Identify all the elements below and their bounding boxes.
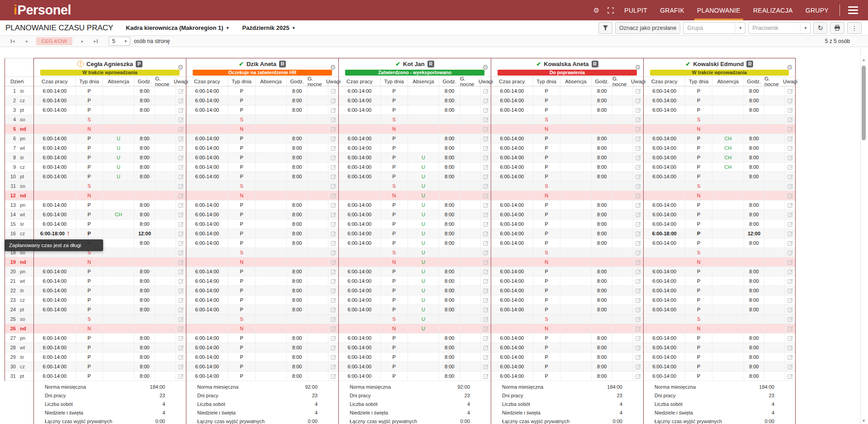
cell-czas-pracy[interactable]: 6:00-14:00: [491, 219, 533, 229]
cell-uwagi[interactable]: [328, 267, 338, 276]
cell-uwagi[interactable]: [328, 172, 338, 181]
cell-absencja[interactable]: [103, 362, 134, 371]
cell-g-nocne[interactable]: [307, 362, 328, 371]
cell-typ-dnia[interactable]: N: [76, 124, 103, 133]
cell-absencja[interactable]: [103, 257, 134, 267]
cell-godz[interactable]: 8:00: [439, 372, 460, 381]
cell-czas-pracy[interactable]: [186, 124, 228, 133]
cell-g-nocne[interactable]: [764, 115, 785, 124]
cell-uwagi[interactable]: [328, 115, 338, 124]
cell-g-nocne[interactable]: [764, 200, 785, 210]
cell-g-nocne[interactable]: [155, 134, 175, 143]
cell-absencja[interactable]: [255, 96, 287, 105]
cell-czas-pracy[interactable]: 6:00-14:00: [34, 210, 76, 219]
cell-godz[interactable]: 8:00: [439, 267, 460, 276]
cell-g-nocne[interactable]: [307, 372, 328, 381]
cell-czas-pracy[interactable]: 6:00-14:00: [491, 86, 533, 95]
nav-planowanie[interactable]: PLANOWANIE: [691, 0, 747, 20]
cell-uwagi[interactable]: [785, 162, 795, 172]
cell-typ-dnia[interactable]: P: [533, 372, 560, 381]
cell-godz[interactable]: 8:00: [591, 162, 612, 172]
cell-typ-dnia[interactable]: P: [76, 372, 103, 381]
cell-czas-pracy[interactable]: 6:00-14:00: [339, 153, 380, 162]
cell-czas-pracy[interactable]: 6:00-14:00: [339, 305, 380, 314]
cell-absencja[interactable]: [255, 162, 287, 172]
cell-czas-pracy[interactable]: [491, 324, 533, 333]
cell-godz[interactable]: 8:00: [286, 353, 307, 362]
cell-uwagi[interactable]: [633, 267, 643, 276]
cell-uwagi[interactable]: [785, 372, 795, 381]
cell-godz[interactable]: 8:00: [744, 162, 764, 172]
cell-czas-pracy[interactable]: [339, 115, 380, 124]
cell-absencja[interactable]: [408, 372, 439, 381]
cell-czas-pracy[interactable]: 6:00-14:00: [491, 200, 533, 210]
cell-uwagi[interactable]: [785, 305, 795, 314]
cell-godz[interactable]: [286, 314, 307, 324]
cell-g-nocne[interactable]: [155, 314, 175, 324]
cell-absencja[interactable]: [408, 86, 439, 95]
cell-uwagi[interactable]: [480, 333, 491, 343]
cell-czas-pracy[interactable]: 6:00-14:00: [491, 333, 533, 343]
cell-godz[interactable]: 8:00: [439, 153, 460, 162]
cell-typ-dnia[interactable]: P: [685, 372, 712, 381]
cell-uwagi[interactable]: [633, 238, 643, 248]
cell-typ-dnia[interactable]: P: [685, 153, 712, 162]
cell-typ-dnia[interactable]: P: [228, 134, 255, 143]
cell-czas-pracy[interactable]: 6:00-14:00: [186, 172, 228, 181]
cell-typ-dnia[interactable]: P: [533, 162, 560, 172]
cell-g-nocne[interactable]: [764, 248, 785, 257]
cell-czas-pracy[interactable]: 6:00-14:00: [339, 86, 380, 95]
cell-absencja[interactable]: [712, 362, 744, 371]
cell-czas-pracy[interactable]: 6:00-14:00: [186, 286, 228, 295]
cell-godz[interactable]: 8:00: [744, 172, 764, 181]
cell-g-nocne[interactable]: [612, 286, 633, 295]
cell-typ-dnia[interactable]: P: [380, 162, 408, 172]
cell-g-nocne[interactable]: [460, 286, 480, 295]
cell-czas-pracy[interactable]: [644, 181, 685, 191]
vertical-scrollbar[interactable]: ▲ ▼: [860, 48, 867, 424]
cell-typ-dnia[interactable]: P: [533, 295, 560, 305]
cell-absencja[interactable]: [560, 115, 592, 124]
cell-godz[interactable]: 8:00: [286, 153, 307, 162]
cell-typ-dnia[interactable]: P: [533, 172, 560, 181]
cell-uwagi[interactable]: [175, 248, 186, 257]
cell-godz[interactable]: 8:00: [134, 143, 155, 152]
employee-gear-icon[interactable]: ⚙: [635, 63, 641, 71]
cell-uwagi[interactable]: [633, 191, 643, 200]
cell-absencja[interactable]: U: [408, 267, 439, 276]
cell-absencja[interactable]: [712, 115, 744, 124]
cell-czas-pracy[interactable]: 6:00-14:00: [491, 210, 533, 219]
cell-absencja[interactable]: [255, 153, 287, 162]
cell-godz[interactable]: 8:00: [439, 333, 460, 343]
cell-uwagi[interactable]: [480, 181, 491, 191]
cell-typ-dnia[interactable]: P: [533, 96, 560, 105]
cell-uwagi[interactable]: [175, 353, 186, 362]
cell-typ-dnia[interactable]: S: [228, 115, 255, 124]
cell-godz[interactable]: [591, 257, 612, 267]
cell-typ-dnia[interactable]: N: [228, 324, 255, 333]
cell-absencja[interactable]: [712, 181, 744, 191]
cell-uwagi[interactable]: [175, 267, 186, 276]
cell-czas-pracy[interactable]: 6:00-14:00: [644, 295, 685, 305]
cell-czas-pracy[interactable]: 6:00-14:00: [34, 343, 76, 352]
cell-g-nocne[interactable]: [460, 86, 480, 95]
cell-czas-pracy[interactable]: 6:00-14:00: [644, 286, 685, 295]
cell-uwagi[interactable]: [785, 181, 795, 191]
cell-g-nocne[interactable]: [460, 257, 480, 267]
cell-g-nocne[interactable]: [764, 229, 785, 238]
cell-typ-dnia[interactable]: P: [380, 343, 408, 352]
cell-godz[interactable]: 8:00: [744, 353, 764, 362]
cell-uwagi[interactable]: [328, 305, 338, 314]
cell-uwagi[interactable]: [480, 115, 491, 124]
cell-czas-pracy[interactable]: [186, 248, 228, 257]
cell-godz[interactable]: [134, 181, 155, 191]
cell-absencja[interactable]: [560, 153, 592, 162]
cell-godz[interactable]: 8:00: [591, 267, 612, 276]
cell-godz[interactable]: 8:00: [744, 333, 764, 343]
cell-godz[interactable]: 8:00: [134, 343, 155, 352]
cell-typ-dnia[interactable]: P: [380, 362, 408, 371]
cell-czas-pracy[interactable]: [34, 324, 76, 333]
cell-uwagi[interactable]: [785, 200, 795, 210]
cell-absencja[interactable]: [255, 295, 287, 305]
cell-czas-pracy[interactable]: 6:00-14:00: [491, 134, 533, 143]
